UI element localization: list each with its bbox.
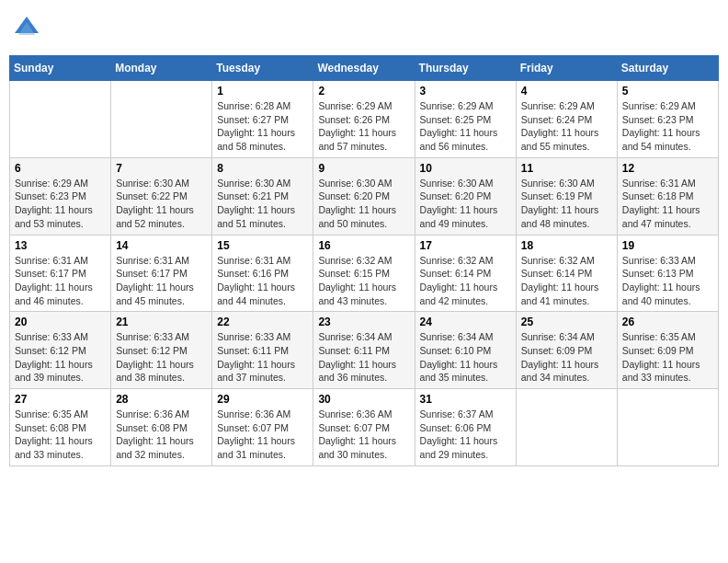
day-number: 28 xyxy=(116,393,207,406)
column-header-thursday: Thursday xyxy=(415,56,516,81)
day-number: 12 xyxy=(622,162,713,175)
day-number: 8 xyxy=(217,162,308,175)
column-header-monday: Monday xyxy=(111,56,212,81)
day-number: 13 xyxy=(15,239,106,252)
column-header-wednesday: Wednesday xyxy=(313,56,415,81)
calendar-cell: 24Sunrise: 6:34 AMSunset: 6:10 PMDayligh… xyxy=(415,312,516,389)
day-number: 23 xyxy=(318,316,409,328)
day-number: 15 xyxy=(217,239,308,252)
day-detail: Sunrise: 6:33 AMSunset: 6:12 PMDaylight:… xyxy=(116,330,207,385)
calendar-cell: 18Sunrise: 6:32 AMSunset: 6:14 PMDayligh… xyxy=(516,235,617,312)
day-detail: Sunrise: 6:33 AMSunset: 6:11 PMDaylight:… xyxy=(217,330,308,385)
calendar-week-3: 13Sunrise: 6:31 AMSunset: 6:17 PMDayligh… xyxy=(10,235,719,312)
day-number: 4 xyxy=(521,85,612,98)
day-detail: Sunrise: 6:33 AMSunset: 6:13 PMDaylight:… xyxy=(622,254,713,308)
calendar-cell: 14Sunrise: 6:31 AMSunset: 6:17 PMDayligh… xyxy=(111,235,212,312)
column-header-saturday: Saturday xyxy=(617,56,718,81)
calendar-cell xyxy=(516,389,617,466)
calendar-cell: 15Sunrise: 6:31 AMSunset: 6:16 PMDayligh… xyxy=(212,235,313,312)
day-detail: Sunrise: 6:35 AMSunset: 6:08 PMDaylight:… xyxy=(15,408,106,462)
calendar-cell: 4Sunrise: 6:29 AMSunset: 6:24 PMDaylight… xyxy=(516,81,617,158)
calendar-cell xyxy=(111,81,212,158)
calendar-cell: 3Sunrise: 6:29 AMSunset: 6:25 PMDaylight… xyxy=(415,81,516,158)
calendar-cell: 11Sunrise: 6:30 AMSunset: 6:19 PMDayligh… xyxy=(516,157,617,235)
calendar-week-5: 27Sunrise: 6:35 AMSunset: 6:08 PMDayligh… xyxy=(10,389,719,466)
calendar-cell: 6Sunrise: 6:29 AMSunset: 6:23 PMDaylight… xyxy=(10,157,111,235)
day-number: 9 xyxy=(318,162,409,175)
day-detail: Sunrise: 6:35 AMSunset: 6:09 PMDaylight:… xyxy=(622,330,713,385)
day-number: 29 xyxy=(217,393,308,406)
page-header xyxy=(9,9,719,48)
day-number: 18 xyxy=(521,239,612,252)
day-number: 5 xyxy=(622,85,713,98)
day-number: 11 xyxy=(521,162,612,175)
column-header-sunday: Sunday xyxy=(10,56,111,81)
calendar-cell: 30Sunrise: 6:36 AMSunset: 6:07 PMDayligh… xyxy=(313,389,415,466)
calendar-cell: 10Sunrise: 6:30 AMSunset: 6:20 PMDayligh… xyxy=(415,157,516,235)
day-detail: Sunrise: 6:31 AMSunset: 6:17 PMDaylight:… xyxy=(116,254,207,308)
day-detail: Sunrise: 6:32 AMSunset: 6:14 PMDaylight:… xyxy=(420,254,511,308)
calendar-cell: 26Sunrise: 6:35 AMSunset: 6:09 PMDayligh… xyxy=(617,312,718,389)
calendar-table: SundayMondayTuesdayWednesdayThursdayFrid… xyxy=(9,55,719,466)
day-detail: Sunrise: 6:34 AMSunset: 6:10 PMDaylight:… xyxy=(420,330,511,385)
day-number: 24 xyxy=(420,316,511,328)
calendar-cell: 22Sunrise: 6:33 AMSunset: 6:11 PMDayligh… xyxy=(212,312,313,389)
calendar-cell: 2Sunrise: 6:29 AMSunset: 6:26 PMDaylight… xyxy=(313,81,415,158)
calendar-cell: 5Sunrise: 6:29 AMSunset: 6:23 PMDaylight… xyxy=(617,81,718,158)
day-number: 10 xyxy=(420,162,511,175)
day-detail: Sunrise: 6:36 AMSunset: 6:07 PMDaylight:… xyxy=(217,408,308,462)
day-detail: Sunrise: 6:29 AMSunset: 6:26 PMDaylight:… xyxy=(318,99,409,154)
calendar-cell: 9Sunrise: 6:30 AMSunset: 6:20 PMDaylight… xyxy=(313,157,415,235)
day-detail: Sunrise: 6:34 AMSunset: 6:09 PMDaylight:… xyxy=(521,330,612,385)
day-number: 3 xyxy=(420,85,511,98)
calendar-cell: 31Sunrise: 6:37 AMSunset: 6:06 PMDayligh… xyxy=(415,389,516,466)
calendar-header-row: SundayMondayTuesdayWednesdayThursdayFrid… xyxy=(10,56,719,81)
day-number: 19 xyxy=(622,239,713,252)
calendar-week-2: 6Sunrise: 6:29 AMSunset: 6:23 PMDaylight… xyxy=(10,157,719,235)
day-detail: Sunrise: 6:30 AMSunset: 6:19 PMDaylight:… xyxy=(521,177,612,231)
day-detail: Sunrise: 6:31 AMSunset: 6:17 PMDaylight:… xyxy=(15,254,106,308)
day-number: 31 xyxy=(420,393,511,406)
day-number: 7 xyxy=(116,162,207,175)
calendar-week-4: 20Sunrise: 6:33 AMSunset: 6:12 PMDayligh… xyxy=(10,312,719,389)
day-detail: Sunrise: 6:32 AMSunset: 6:15 PMDaylight:… xyxy=(318,254,409,308)
day-number: 26 xyxy=(622,316,713,328)
day-number: 25 xyxy=(521,316,612,328)
day-detail: Sunrise: 6:29 AMSunset: 6:25 PMDaylight:… xyxy=(420,99,511,154)
day-detail: Sunrise: 6:29 AMSunset: 6:24 PMDaylight:… xyxy=(521,99,612,154)
day-number: 14 xyxy=(116,239,207,252)
calendar-cell: 19Sunrise: 6:33 AMSunset: 6:13 PMDayligh… xyxy=(617,235,718,312)
calendar-cell xyxy=(617,389,718,466)
day-detail: Sunrise: 6:37 AMSunset: 6:06 PMDaylight:… xyxy=(420,408,511,462)
day-number: 30 xyxy=(318,393,409,406)
logo xyxy=(13,15,42,42)
day-number: 6 xyxy=(15,162,106,175)
calendar-cell: 13Sunrise: 6:31 AMSunset: 6:17 PMDayligh… xyxy=(10,235,111,312)
logo-icon xyxy=(13,15,40,42)
calendar-cell: 29Sunrise: 6:36 AMSunset: 6:07 PMDayligh… xyxy=(212,389,313,466)
calendar-cell: 16Sunrise: 6:32 AMSunset: 6:15 PMDayligh… xyxy=(313,235,415,312)
day-detail: Sunrise: 6:31 AMSunset: 6:18 PMDaylight:… xyxy=(622,177,713,231)
calendar-cell: 8Sunrise: 6:30 AMSunset: 6:21 PMDaylight… xyxy=(212,157,313,235)
day-detail: Sunrise: 6:36 AMSunset: 6:07 PMDaylight:… xyxy=(318,408,409,462)
calendar-week-1: 1Sunrise: 6:28 AMSunset: 6:27 PMDaylight… xyxy=(10,81,719,158)
day-detail: Sunrise: 6:33 AMSunset: 6:12 PMDaylight:… xyxy=(15,330,106,385)
day-detail: Sunrise: 6:30 AMSunset: 6:22 PMDaylight:… xyxy=(116,177,207,231)
day-detail: Sunrise: 6:32 AMSunset: 6:14 PMDaylight:… xyxy=(521,254,612,308)
column-header-friday: Friday xyxy=(516,56,617,81)
day-detail: Sunrise: 6:31 AMSunset: 6:16 PMDaylight:… xyxy=(217,254,308,308)
calendar-cell: 20Sunrise: 6:33 AMSunset: 6:12 PMDayligh… xyxy=(10,312,111,389)
calendar-cell: 12Sunrise: 6:31 AMSunset: 6:18 PMDayligh… xyxy=(617,157,718,235)
calendar-cell: 21Sunrise: 6:33 AMSunset: 6:12 PMDayligh… xyxy=(111,312,212,389)
column-header-tuesday: Tuesday xyxy=(212,56,313,81)
day-detail: Sunrise: 6:30 AMSunset: 6:20 PMDaylight:… xyxy=(420,177,511,231)
day-number: 17 xyxy=(420,239,511,252)
day-number: 2 xyxy=(318,85,409,98)
calendar-cell: 27Sunrise: 6:35 AMSunset: 6:08 PMDayligh… xyxy=(10,389,111,466)
day-detail: Sunrise: 6:30 AMSunset: 6:20 PMDaylight:… xyxy=(318,177,409,231)
day-detail: Sunrise: 6:28 AMSunset: 6:27 PMDaylight:… xyxy=(217,99,308,154)
day-detail: Sunrise: 6:34 AMSunset: 6:11 PMDaylight:… xyxy=(318,330,409,385)
calendar-cell: 25Sunrise: 6:34 AMSunset: 6:09 PMDayligh… xyxy=(516,312,617,389)
calendar-cell: 7Sunrise: 6:30 AMSunset: 6:22 PMDaylight… xyxy=(111,157,212,235)
day-number: 21 xyxy=(116,316,207,328)
